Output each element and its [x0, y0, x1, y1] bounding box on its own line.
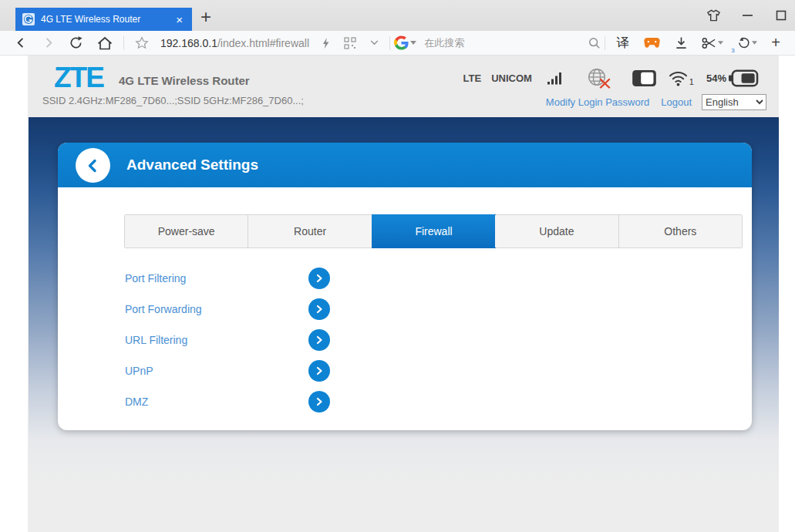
battery-icon [728, 69, 759, 87]
url-host: 192.168.0.1 [160, 37, 217, 49]
toolbar-divider [123, 36, 124, 50]
settings-tabs: Power-save Router Firewall Update Others [124, 214, 743, 248]
item-label: URL Filtering [125, 334, 187, 346]
logout-link[interactable]: Logout [661, 96, 692, 108]
list-item-upnp[interactable]: UPnP [125, 355, 330, 386]
browser-tab-title: 4G LTE Wireless Router [41, 14, 173, 25]
arrow-right-button[interactable] [308, 391, 330, 412]
chevron-left-icon [86, 158, 101, 173]
modify-password-link[interactable]: Modify Login Password [546, 96, 649, 108]
language-select[interactable]: English [702, 94, 766, 110]
qr-code-icon[interactable] [337, 34, 363, 52]
wifi-icon [669, 70, 689, 86]
new-tab-button[interactable]: + [200, 6, 211, 28]
list-item-dmz[interactable]: DMZ [125, 386, 330, 417]
tab-others[interactable]: Others [619, 215, 742, 247]
toolbar-search-box[interactable]: 在此搜索 [394, 35, 601, 50]
address-bar[interactable]: 192.168.0.1/index.html#firewall [160, 37, 315, 49]
chevron-right-icon [315, 305, 324, 314]
google-logo-icon[interactable] [394, 35, 409, 50]
tab-firewall[interactable]: Firewall [372, 214, 496, 248]
arrow-right-button[interactable] [308, 329, 330, 351]
advanced-settings-panel: Advanced Settings Power-save Router Fire… [58, 143, 752, 430]
toolbar-divider [389, 36, 390, 50]
search-icon[interactable] [588, 37, 601, 49]
item-label: Port Forwarding [125, 303, 202, 315]
back-button[interactable] [8, 34, 35, 52]
reopen-count-badge: 3 [731, 47, 734, 54]
back-button-circle[interactable] [76, 148, 110, 183]
browser-toolbar: 192.168.0.1/index.html#firewall 在此搜索 译 [0, 31, 795, 56]
zte-logo: ZTE [54, 62, 103, 94]
header-links: Modify Login Password Logout English [546, 94, 766, 110]
signal-strength-icon [547, 72, 564, 86]
chevron-right-icon [315, 397, 324, 406]
search-engine-caret-icon[interactable] [410, 41, 416, 45]
home-button[interactable] [90, 34, 120, 52]
tab-update[interactable]: Update [495, 215, 618, 247]
page-background: Advanced Settings Power-save Router Fire… [29, 117, 779, 532]
router-page: ZTE 4G LTE Wireless Router SSID 2.4GHz:M… [28, 56, 779, 532]
list-item-url-filtering[interactable]: URL Filtering [125, 325, 330, 355]
tab-router[interactable]: Router [248, 215, 372, 247]
tab-close-icon[interactable]: × [173, 13, 185, 26]
chevron-down-icon[interactable] [363, 34, 386, 52]
chevron-right-icon [315, 366, 324, 375]
maximize-button[interactable] [773, 8, 789, 23]
item-label: DMZ [125, 396, 148, 408]
reopen-closed-tab-icon[interactable]: 3 [730, 34, 764, 52]
screenshot-scissors-icon[interactable] [695, 34, 730, 52]
list-item-port-filtering[interactable]: Port Filtering [125, 263, 330, 294]
flash-plugin-icon[interactable] [315, 34, 337, 52]
firewall-item-list: Port Filtering Port Forwarding URL Filte… [125, 263, 330, 417]
download-icon[interactable] [668, 34, 695, 52]
arrow-right-button[interactable] [308, 298, 330, 320]
wifi-client-count: 1 [689, 77, 694, 86]
reload-button[interactable] [62, 34, 90, 52]
item-label: Port Filtering [125, 272, 186, 285]
item-label: UPnP [125, 365, 153, 377]
sim-card-icon [632, 69, 657, 87]
tab-power-save[interactable]: Power-save [125, 215, 248, 247]
toolbar-divider [605, 36, 605, 50]
internet-disconnected-icon [587, 68, 611, 89]
scissors-caret-icon[interactable] [718, 41, 723, 45]
search-placeholder[interactable]: 在此搜索 [424, 36, 588, 50]
gamepad-icon[interactable] [636, 34, 668, 52]
minimize-button[interactable] [739, 8, 755, 23]
translate-button[interactable]: 译 [609, 34, 636, 52]
reopen-caret-icon[interactable] [752, 41, 757, 45]
operator-label: UNICOM [491, 72, 532, 84]
bookmark-star-icon[interactable] [128, 34, 156, 52]
list-item-port-forwarding[interactable]: Port Forwarding [125, 294, 330, 325]
browser-tab[interactable]: 4G LTE Wireless Router × [15, 8, 192, 31]
site-favicon-icon [22, 13, 35, 25]
ssid-info: SSID 2.4GHz:MF286_7D60...;SSID 5GHz:MF28… [42, 95, 304, 106]
device-title: 4G LTE Wireless Router [119, 74, 250, 87]
chevron-right-icon [315, 335, 324, 345]
battery-percent-label: 54% [706, 72, 726, 84]
chevron-right-icon [315, 274, 324, 283]
browser-tab-bar: 4G LTE Wireless Router × + [0, 0, 795, 31]
forward-button[interactable] [35, 34, 62, 52]
router-header: ZTE 4G LTE Wireless Router SSID 2.4GHz:M… [29, 56, 779, 117]
status-indicators: LTE UNICOM [463, 68, 759, 89]
add-extension-button[interactable]: + [764, 34, 787, 52]
theme-skin-icon[interactable] [706, 8, 721, 23]
arrow-right-button[interactable] [308, 268, 330, 289]
panel-header: Advanced Settings [58, 143, 752, 187]
arrow-right-button[interactable] [308, 360, 330, 382]
url-path: /index.html#firewall [217, 37, 309, 49]
network-type-label: LTE [463, 72, 482, 84]
page-title: Advanced Settings [126, 143, 258, 187]
